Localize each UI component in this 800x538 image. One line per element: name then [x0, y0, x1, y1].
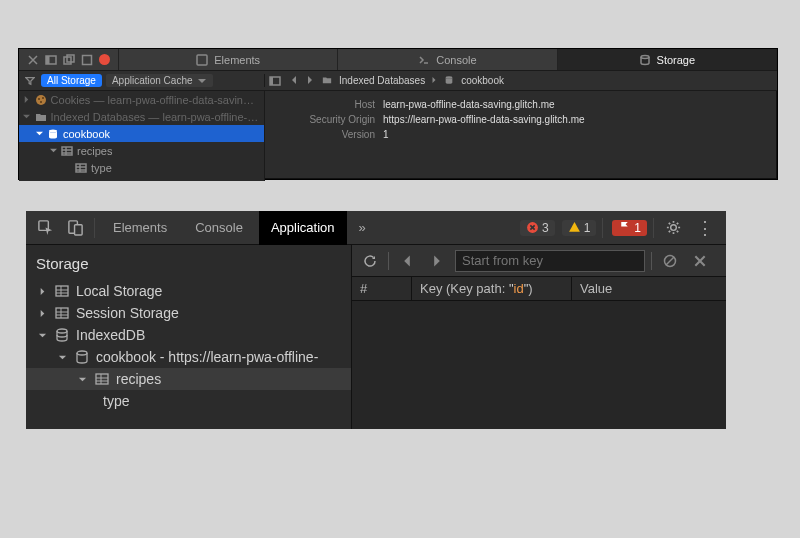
device-toggle-icon[interactable]	[62, 215, 88, 241]
tree-label: Cookies — learn-pwa-offline-data-saving.…	[51, 94, 260, 106]
next-page-icon[interactable]	[425, 249, 449, 273]
more-tabs-icon[interactable]: »	[351, 220, 374, 235]
error-indicator-icon[interactable]	[99, 54, 110, 65]
col-value[interactable]: Value	[572, 277, 726, 300]
panel-body: Storage Local Storage Session Storage In…	[26, 245, 726, 429]
breadcrumb-bar: Indexed Databases cookbook	[265, 75, 777, 87]
tree-recipes[interactable]: recipes	[26, 368, 351, 390]
table-icon	[94, 371, 110, 387]
tree-session-storage[interactable]: Session Storage	[26, 302, 351, 324]
error-icon	[526, 221, 539, 234]
popout-icon[interactable]	[63, 54, 75, 66]
folder-icon	[35, 111, 47, 123]
filter-bar: All Storage Application Cache Indexed Da…	[19, 71, 777, 91]
tab-storage[interactable]: Storage	[558, 49, 777, 70]
tab-elements[interactable]: Elements	[119, 49, 338, 70]
safari-devtools-panel: Elements Console Storage All Storage App…	[18, 48, 778, 180]
detail-row-version: Version 1	[275, 127, 767, 142]
tab-application[interactable]: Application	[259, 211, 347, 245]
main-tab-bar: Elements Console Application » 3 1 1 ⋮	[26, 211, 726, 245]
cookie-icon	[35, 94, 47, 106]
detail-value: https://learn-pwa-offline-data-saving.gl…	[383, 114, 585, 125]
svg-rect-1	[46, 56, 50, 64]
badge-count: 1	[634, 221, 641, 235]
separator	[94, 218, 95, 238]
tab-label: Elements	[214, 54, 260, 66]
disclosure-down-icon	[35, 130, 43, 138]
filter-all-storage[interactable]: All Storage	[41, 74, 102, 87]
svg-rect-8	[270, 77, 273, 85]
tree-local-storage[interactable]: Local Storage	[26, 280, 351, 302]
storage-icon	[54, 305, 70, 321]
detail-row-host: Host learn-pwa-offline-data-saving.glitc…	[275, 97, 767, 112]
svg-point-10	[36, 95, 46, 105]
close-icon[interactable]	[27, 54, 39, 66]
filter-icon[interactable]	[23, 76, 37, 86]
tree-type[interactable]: type	[26, 390, 351, 412]
svg-rect-22	[56, 286, 68, 296]
console-icon	[418, 54, 430, 66]
start-from-key-input[interactable]	[455, 250, 645, 272]
tree-label: recipes	[77, 145, 112, 157]
spacer	[63, 164, 71, 172]
detail-key: Version	[275, 129, 375, 140]
tree-label: Session Storage	[76, 305, 179, 321]
dock-side-icon[interactable]	[45, 54, 57, 66]
toggle-sidebar-icon[interactable]	[269, 75, 283, 87]
svg-rect-26	[96, 374, 108, 384]
svg-rect-16	[76, 164, 86, 172]
tab-elements[interactable]: Elements	[101, 211, 179, 245]
breadcrumb-item[interactable]: cookbook	[461, 75, 504, 86]
breadcrumb-item[interactable]: Indexed Databases	[339, 75, 425, 86]
tree-label: type	[91, 162, 112, 174]
inspect-icon[interactable]	[32, 215, 58, 241]
col-key[interactable]: Key (Key path: "id")	[412, 277, 572, 300]
svg-point-24	[57, 329, 67, 333]
separator	[388, 252, 389, 270]
tree-cookbook[interactable]: cookbook - https://learn-pwa-offline-	[26, 346, 351, 368]
svg-point-13	[40, 101, 42, 103]
disclosure-right-icon	[36, 285, 48, 297]
tree-cookbook[interactable]: cookbook	[19, 125, 264, 142]
nav-back-icon[interactable]	[289, 75, 299, 87]
tree-type[interactable]: type	[19, 159, 264, 176]
tree-indexed-databases[interactable]: Indexed Databases — learn-pwa-offline-da…	[19, 108, 264, 125]
disclosure-down-icon	[36, 329, 48, 341]
folder-icon	[321, 75, 333, 87]
tree-cookies[interactable]: Cookies — learn-pwa-offline-data-saving.…	[19, 91, 264, 108]
refresh-icon[interactable]	[358, 249, 382, 273]
chevron-right-icon	[431, 75, 437, 86]
tree-recipes[interactable]: recipes	[19, 142, 264, 159]
panel-body: Cookies — learn-pwa-offline-data-saving.…	[19, 91, 777, 181]
tab-label: Storage	[657, 54, 696, 66]
kebab-menu-icon[interactable]: ⋮	[690, 219, 720, 237]
detail-value: learn-pwa-offline-data-saving.glitch.me	[383, 99, 555, 110]
settings-gear-icon[interactable]	[660, 215, 686, 241]
issues-badge[interactable]: 1	[612, 220, 647, 236]
clear-icon[interactable]	[658, 249, 682, 273]
tree-label: cookbook - https://learn-pwa-offline-	[96, 349, 318, 365]
error-count-badge[interactable]: 3	[520, 220, 555, 236]
detail-key: Security Origin	[275, 114, 375, 125]
warning-count-badge[interactable]: 1	[562, 220, 597, 236]
filter-application-cache[interactable]: Application Cache	[106, 74, 213, 87]
svg-point-25	[77, 351, 87, 355]
filter-label: Application Cache	[112, 75, 193, 86]
detail-row-origin: Security Origin https://learn-pwa-offlin…	[275, 112, 767, 127]
disclosure-down-icon	[23, 113, 31, 121]
tree-indexeddb[interactable]: IndexedDB	[26, 324, 351, 346]
disclosure-right-icon	[36, 307, 48, 319]
nav-forward-icon[interactable]	[305, 75, 315, 87]
overflow-icon[interactable]	[81, 54, 93, 66]
badge-count: 3	[542, 221, 549, 235]
svg-point-21	[670, 225, 676, 231]
separator	[602, 218, 603, 238]
prev-page-icon[interactable]	[395, 249, 419, 273]
close-icon[interactable]	[688, 249, 712, 273]
flag-icon	[618, 221, 631, 234]
tab-console[interactable]: Console	[338, 49, 557, 70]
application-sidebar: Storage Local Storage Session Storage In…	[26, 245, 352, 429]
tree-label: IndexedDB	[76, 327, 145, 343]
col-hash[interactable]: #	[352, 277, 412, 300]
tab-console[interactable]: Console	[183, 211, 255, 245]
